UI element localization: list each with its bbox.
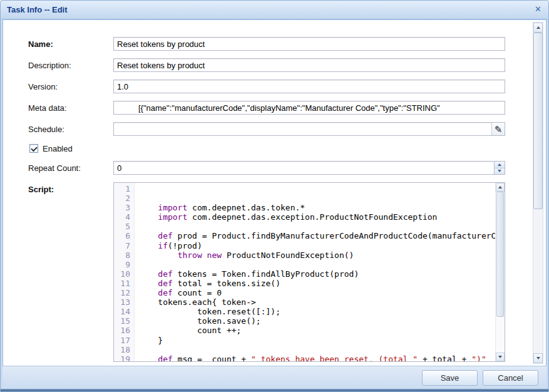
task-form: Name: Description: Version: [3,20,546,362]
line-number: 3 [114,203,130,212]
cancel-button[interactable]: Cancel [483,370,538,386]
repeat-count-stepper [494,162,505,174]
code-line [138,222,505,231]
code-line [138,184,505,193]
window-bottom-edge [1,389,548,391]
name-input[interactable] [113,37,505,51]
repeat-count-input[interactable] [113,161,505,175]
code-line [138,345,505,354]
code-line: def count = 0 [138,288,505,297]
code-line: def tokens = Token.findAllByProduct(prod… [138,269,505,279]
version-input[interactable] [113,80,505,93]
stepper-down-icon[interactable] [495,168,505,175]
schedule-edit-button[interactable]: ✎ [491,123,505,135]
code-line: def total = tokens.size() [138,279,505,288]
code-line: if(!prod) [138,241,505,250]
line-number: 15 [114,316,130,326]
name-row: Name: [28,37,502,51]
line-number: 17 [114,336,130,345]
scroll-thumb[interactable] [533,33,543,209]
line-number: 8 [114,250,130,260]
line-number: 16 [114,326,130,335]
line-number: 4 [114,212,130,222]
schedule-input[interactable] [113,122,505,136]
dialog-frame: Name: Description: Version: [1,19,548,389]
code-lines[interactable]: import com.deepnet.das.token.* import co… [135,183,505,361]
schedule-label: Schedule: [28,122,113,136]
code-line: tokens.each{ token-> [138,297,505,307]
line-number: 18 [114,345,130,354]
enabled-checkbox[interactable] [29,144,38,153]
code-line [138,260,505,269]
dialog-footer: Save Cancel [3,366,546,389]
script-editor[interactable]: 12345678910111213141516171819 import com… [113,182,505,362]
dialog-scrollbar[interactable] [533,22,543,364]
line-number: 2 [114,193,130,203]
editor-scrollbar[interactable] [495,183,505,361]
meta-data-input[interactable] [113,101,505,115]
meta-data-label: Meta data: [28,101,113,115]
code-line [138,193,505,203]
close-icon[interactable]: ✕ [533,4,543,15]
code-line: } [138,336,505,345]
line-number: 7 [114,241,130,250]
code-line: import com.deepnet.das.exception.Product… [138,212,505,222]
line-number: 19 [114,354,130,362]
meta-data-row: Meta data: [28,101,502,115]
code-line: def msg = count + " tokens have been res… [138,354,505,361]
repeat-count-row: Repeat Count: [28,161,502,175]
editor-scroll-track[interactable] [496,192,505,353]
version-label: Version: [28,80,113,93]
description-row: Description: [28,58,502,72]
code-line: def prod = Product.findByManufacturerCod… [138,231,505,240]
line-number: 1 [114,184,130,193]
line-number: 12 [114,288,130,297]
pencil-icon: ✎ [495,125,503,134]
stepper-up-icon[interactable] [495,162,505,168]
script-label: Script: [28,182,113,362]
repeat-count-label: Repeat Count: [28,161,113,175]
line-number: 6 [114,231,130,240]
code-line: token.reset([:]); [138,307,505,316]
code-gutter: 12345678910111213141516171819 [114,183,135,361]
line-number: 11 [114,279,130,288]
version-row: Version: [28,80,502,93]
script-row: Script: 12345678910111213141516171819 im… [28,182,502,362]
line-number: 10 [114,269,130,279]
scroll-down-icon[interactable] [533,353,543,363]
scroll-track[interactable] [533,33,543,353]
line-number: 5 [114,222,130,231]
code-line: count ++; [138,326,505,335]
code-line: import com.deepnet.das.token.* [138,203,505,212]
dialog-titlebar[interactable]: Task Info -- Edit ✕ [1,1,548,19]
scroll-up-icon[interactable] [533,23,543,33]
line-number: 9 [114,260,130,269]
save-button[interactable]: Save [422,370,478,386]
name-label: Name: [28,37,113,51]
code-line: token.save(); [138,316,505,326]
enabled-row: Enabled [29,143,502,153]
editor-scroll-thumb[interactable] [496,192,504,317]
code-line: throw new ProductNotFoundException() [138,250,505,260]
task-info-edit-dialog: Task Info -- Edit ✕ Name: Description: [0,0,549,392]
schedule-row: Schedule: ✎ [28,122,502,136]
line-number: 13 [114,297,130,307]
dialog-title: Task Info -- Edit [7,5,533,14]
line-number: 14 [114,307,130,316]
editor-scroll-up-icon[interactable] [496,183,505,192]
editor-scroll-down-icon[interactable] [496,353,505,361]
enabled-label: Enabled [43,144,73,153]
description-label: Description: [28,58,113,72]
dialog-body: Name: Description: Version: [3,19,546,366]
description-input[interactable] [113,58,505,72]
